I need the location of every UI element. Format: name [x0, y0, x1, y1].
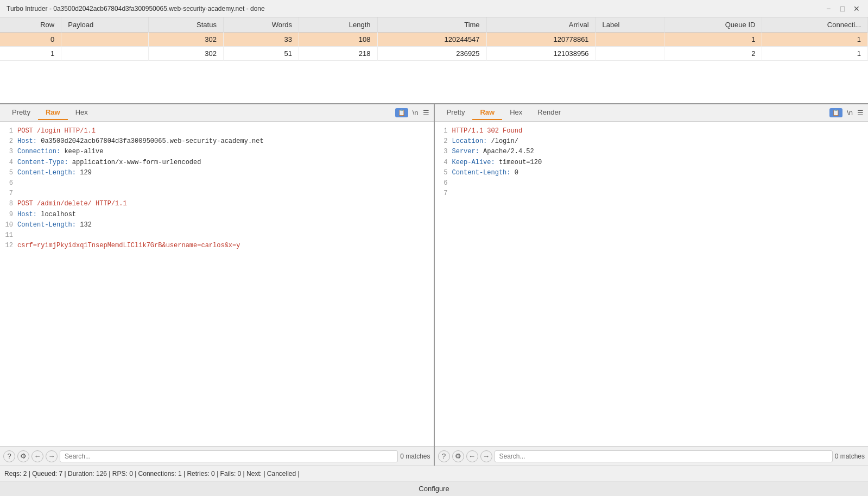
right-settings-button[interactable]: ⚙ [452, 450, 464, 462]
code-line: 4Keep-Alive: timeout=120 [437, 158, 866, 168]
title-bar: Turbo Intruder - 0a3500d2042acb67804d3fa… [0, 0, 868, 17]
code-line: 7 [437, 189, 866, 199]
code-line: 11 [2, 230, 432, 241]
left-tab-icons: 📋 \n ☰ [395, 108, 429, 117]
right-search-count: 0 matches [835, 453, 865, 460]
code-line: 3Server: Apache/2.4.52 [437, 147, 866, 157]
code-line: 3Connection: keep-alive [2, 147, 432, 157]
window-title: Turbo Intruder - 0a3500d2042acb67804d3fa… [7, 5, 265, 12]
right-prev-button[interactable]: ← [466, 450, 478, 462]
main-content: Pretty Raw Hex 📋 \n ☰ 1POST /login HTTP/… [0, 104, 868, 466]
minimize-button[interactable]: − [823, 4, 833, 14]
code-line: 10Content-Length: 132 [2, 220, 432, 230]
window-controls: − □ ✕ [823, 4, 861, 14]
left-menu-button[interactable]: ☰ [423, 109, 429, 117]
col-header-words[interactable]: Words [223, 17, 299, 33]
left-next-button[interactable]: → [46, 450, 58, 462]
right-tab-bar: Pretty Raw Hex Render 📋 \n ☰ [435, 104, 869, 122]
left-tab-raw[interactable]: Raw [38, 105, 68, 120]
col-header-length[interactable]: Length [299, 17, 378, 33]
code-line: 1HTTP/1.1 302 Found [437, 126, 866, 136]
col-header-label[interactable]: Label [595, 17, 664, 33]
configure-bar[interactable]: Configure [0, 481, 868, 496]
left-search-bar: ? ⚙ ← → 0 matches [0, 446, 434, 466]
code-line: 5Content-Length: 0 [437, 168, 866, 178]
results-table: Row Payload Status Words Length Time Arr… [0, 17, 868, 61]
col-header-payload[interactable]: Payload [61, 17, 149, 33]
right-tab-render[interactable]: Render [530, 105, 568, 120]
code-line: 1POST /login HTTP/1.1 [2, 126, 432, 136]
left-pane: Pretty Raw Hex 📋 \n ☰ 1POST /login HTTP/… [0, 104, 435, 466]
right-pane: Pretty Raw Hex Render 📋 \n ☰ 1HTTP/1.1 3… [435, 104, 869, 466]
close-button[interactable]: ✕ [852, 4, 861, 14]
col-header-row[interactable]: Row [0, 17, 61, 33]
col-header-arrival[interactable]: Arrival [486, 17, 595, 33]
right-tab-hex[interactable]: Hex [502, 105, 530, 120]
right-tab-pretty[interactable]: Pretty [439, 105, 473, 120]
table-body: 0302331081202445471207788611113025121823… [0, 33, 868, 61]
col-header-queueid[interactable]: Queue ID [664, 17, 762, 33]
right-search-bar: ? ⚙ ← → 0 matches [435, 446, 869, 466]
right-next-button[interactable]: → [480, 450, 492, 462]
left-prev-button[interactable]: ← [31, 450, 43, 462]
left-tab-hex[interactable]: Hex [68, 105, 96, 120]
code-line: 8POST /admin/delete/ HTTP/1.1 [2, 199, 432, 209]
table-row[interactable]: 13025121823692512103895621 [0, 47, 868, 61]
right-search-input[interactable] [495, 450, 833, 462]
code-line: 6 [2, 178, 432, 189]
table-header-row: Row Payload Status Words Length Time Arr… [0, 17, 868, 33]
code-line: 7 [2, 189, 432, 199]
left-search-count: 0 matches [400, 453, 430, 460]
right-wrap-button[interactable]: \n [847, 109, 853, 117]
right-tab-icons: 📋 \n ☰ [829, 108, 864, 117]
col-header-connection[interactable]: Connecti... [762, 17, 868, 33]
left-tab-pretty[interactable]: Pretty [4, 105, 38, 120]
maximize-button[interactable]: □ [838, 4, 847, 14]
code-line: 5Content-Length: 129 [2, 168, 432, 178]
col-header-time[interactable]: Time [377, 17, 486, 33]
left-wrap-button[interactable]: \n [413, 109, 419, 117]
left-code-area: 1POST /login HTTP/1.12Host: 0a3500d2042a… [0, 122, 434, 446]
code-line: 4Content-Type: application/x-www-form-ur… [2, 158, 432, 168]
left-search-input[interactable] [60, 450, 398, 462]
code-line: 12csrf=ryimjPkyidxq1TnsepMemdLIClik7GrB&… [2, 241, 432, 251]
code-line: 2Host: 0a3500d2042acb67804d3fa300950065.… [2, 136, 432, 147]
left-copy-button[interactable]: 📋 [395, 108, 408, 117]
left-help-button[interactable]: ? [3, 450, 15, 462]
code-line: 2Location: /login/ [437, 136, 866, 147]
right-menu-button[interactable]: ☰ [857, 109, 864, 117]
left-tab-bar: Pretty Raw Hex 📋 \n ☰ [0, 104, 434, 122]
configure-label: Configure [419, 485, 449, 493]
right-copy-button[interactable]: 📋 [829, 108, 842, 117]
right-tab-raw[interactable]: Raw [472, 105, 502, 120]
code-line: 9Host: localhost [2, 210, 432, 220]
left-settings-button[interactable]: ⚙ [17, 450, 29, 462]
right-code-area: 1HTTP/1.1 302 Found2Location: /login/3Se… [435, 122, 869, 446]
results-table-container: Row Payload Status Words Length Time Arr… [0, 17, 868, 104]
code-line: 6 [437, 178, 866, 189]
table-row[interactable]: 03023310812024454712077886111 [0, 33, 868, 47]
col-header-status[interactable]: Status [148, 17, 223, 33]
status-bar: Reqs: 2 | Queued: 7 | Duration: 126 | RP… [0, 466, 868, 481]
right-help-button[interactable]: ? [438, 450, 450, 462]
status-text: Reqs: 2 | Queued: 7 | Duration: 126 | RP… [4, 470, 300, 478]
